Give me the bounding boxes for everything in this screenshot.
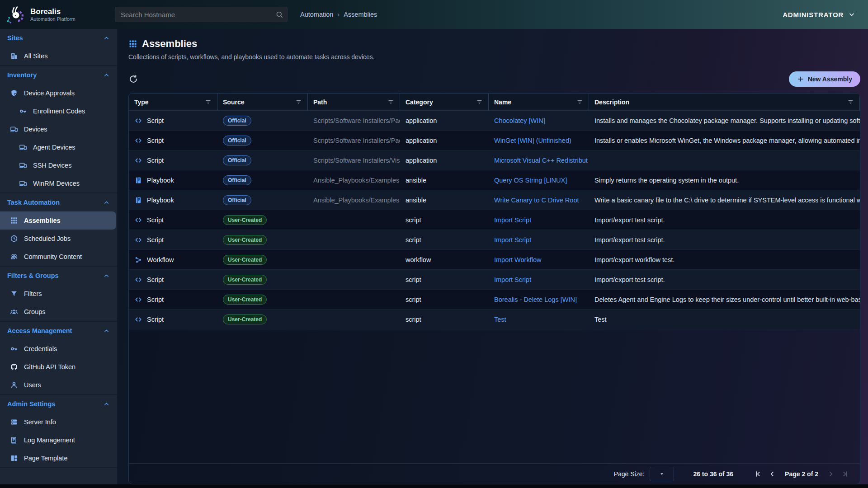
page-size-select[interactable] [650,467,674,481]
table-header-row: TypeSourcePathCategoryNameDescription [129,94,860,111]
page-header: Assemblies [128,38,860,50]
type-cell: Script [129,216,217,224]
assembly-name-link[interactable]: Microsoft Visual C++ Redistribut [494,157,588,164]
category-cell: script [400,316,489,323]
sidebar-item-all-sites[interactable]: All Sites [0,47,117,65]
table-row: ScriptUser-CreatedscriptImport ScriptImp… [129,210,860,230]
user-menu[interactable]: ADMINISTRATOR [783,11,855,19]
sidebar-item-credentials[interactable]: Credentials [0,340,117,358]
column-label: Category [406,99,433,106]
sidebar-item-devices[interactable]: Devices [0,120,117,138]
key-icon [19,107,27,115]
type-label: Script [147,276,164,283]
new-assembly-button[interactable]: New Assembly [789,71,860,87]
name-cell: Import Script [489,236,589,244]
assembly-name-link[interactable]: Chocolatey [WIN] [494,117,545,124]
assembly-name-link[interactable]: Import Script [494,276,531,283]
breadcrumb-assemblies[interactable]: Assemblies [344,11,377,18]
last-page-button[interactable] [840,468,851,480]
code-icon [134,236,142,244]
server-icon [10,418,18,426]
source-badge: User-Created [223,275,267,285]
code-icon [134,296,142,304]
source-cell: User-Created [217,314,308,324]
source-cell: User-Created [217,295,308,305]
assembly-name-link[interactable]: Import Script [494,216,531,224]
sidebar-item-page-template[interactable]: Page Template [0,449,117,467]
devices-icon [10,125,18,133]
source-badge: Official [223,116,251,126]
assembly-name-link[interactable]: Import Workflow [494,256,541,263]
sidebar-section-header-filters-groups[interactable]: Filters & Groups [0,267,117,285]
sidebar-item-label: Credentials [24,345,57,352]
pagination: Page 2 of 2 [750,468,853,480]
search-input[interactable] [115,7,288,22]
description-cell: Test [589,316,860,323]
sidebar-section-header-sites[interactable]: Sites [0,29,117,47]
sidebar-item-agent-devices[interactable]: Agent Devices [0,138,117,156]
column-header-path[interactable]: Path [308,94,400,110]
path-cell: Ansible_Playbooks/Examples [308,177,400,184]
first-page-button[interactable] [752,468,764,480]
template-icon [10,454,18,462]
assemblies-grid-icon [128,39,137,48]
sidebar-item-ssh-devices[interactable]: SSH Devices [0,156,117,174]
sidebar-item-winrm-devices[interactable]: WinRM Devices [0,174,117,192]
description-cell: Import/export workflow test. [589,256,860,263]
column-label: Description [594,99,629,106]
breadcrumb-separator: › [337,11,340,18]
category-cell: application [400,117,489,124]
column-header-category[interactable]: Category [400,94,489,110]
group-icon [10,308,18,316]
search-icon[interactable] [275,10,283,19]
breadcrumb-automation[interactable]: Automation [300,11,333,18]
sidebar-item-server-info[interactable]: Server Info [0,413,117,431]
sidebar-section-label: Filters & Groups [7,272,59,279]
sidebar-item-github-api-token[interactable]: GitHub API Token [0,358,117,376]
sidebar-section-header-task-automation[interactable]: Task Automation [0,193,117,211]
filter-icon [576,99,583,105]
sidebar-item-device-approvals[interactable]: Device Approvals [0,84,117,102]
sidebar-section-header-admin-settings[interactable]: Admin Settings [0,395,117,413]
assembly-name-link[interactable]: Import Script [494,236,531,244]
name-cell: Import Script [489,216,589,224]
sidebar-item-enrollment-codes[interactable]: Enrollment Codes [0,102,117,120]
sidebar-item-groups[interactable]: Groups [0,303,117,321]
column-header-description[interactable]: Description [589,94,860,110]
sidebar-item-community-content[interactable]: Community Content [0,248,117,266]
sidebar-section-label: Sites [7,34,23,42]
sidebar-section-header-access-management[interactable]: Access Management [0,322,117,340]
sidebar-item-log-management[interactable]: Log Management [0,431,117,449]
name-cell: Borealis - Delete Logs [WIN] [489,296,589,303]
sidebar-section-header-inventory[interactable]: Inventory [0,66,117,84]
sidebar-item-label: All Sites [24,52,47,60]
column-header-source[interactable]: Source [217,94,308,110]
source-cell: User-Created [217,255,308,265]
top-bar: Borealis Automation Platform Automation … [0,0,868,29]
sidebar-item-scheduled-jobs[interactable]: Scheduled Jobs [0,230,117,248]
next-page-button[interactable] [825,468,837,480]
category-cell: script [400,296,489,303]
column-header-name[interactable]: Name [489,94,589,110]
table-row: PlaybookOfficialAnsible_Playbooks/Exampl… [129,170,860,190]
refresh-icon[interactable] [128,74,138,84]
assembly-name-link[interactable]: Borealis - Delete Logs [WIN] [494,296,577,303]
sidebar-item-users[interactable]: Users [0,376,117,394]
assembly-name-link[interactable]: Write Canary to C Drive Root [494,197,579,204]
code-icon [134,276,142,284]
book-icon [134,196,142,204]
description-cell: Import/export test script. [589,276,860,283]
prev-page-button[interactable] [766,468,778,480]
source-cell: Official [217,175,308,185]
sidebar-item-assemblies[interactable]: Assemblies [0,211,116,230]
assembly-name-link[interactable]: WinGet [WIN] (Unfinished) [494,137,571,144]
source-cell: Official [217,136,308,145]
path-cell: Scripts/Software Installers/Pac [308,117,400,124]
sidebar-item-filters[interactable]: Filters [0,285,117,303]
assembly-name-link[interactable]: Test [494,316,506,323]
row-range-text: 26 to 36 of 36 [693,470,733,478]
assembly-name-link[interactable]: Query OS String [LINUX] [494,177,567,184]
filter-icon [295,99,302,105]
column-header-type[interactable]: Type [129,94,217,110]
path-cell: Ansible_Playbooks/Examples [308,197,400,204]
